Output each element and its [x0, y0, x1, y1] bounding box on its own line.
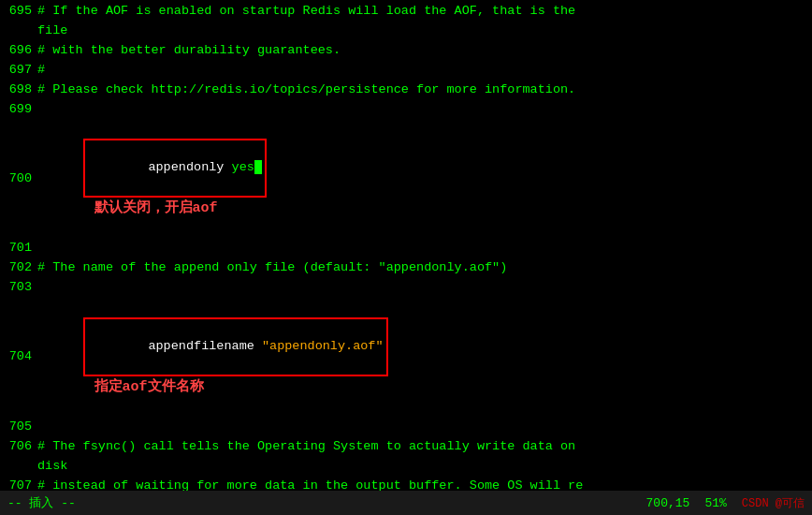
line-text: # The fsync() call tells the Operating S…: [37, 437, 808, 457]
line-number: 706: [4, 437, 37, 457]
line-number: 707: [4, 477, 37, 491]
line-number: 704: [4, 347, 37, 367]
line-707: 707 # instead of waiting for more data i…: [4, 477, 808, 491]
line-695: 695 # If the AOF is enabled on startup R…: [4, 2, 808, 22]
line-text: # The name of the append only file (defa…: [37, 258, 808, 278]
line-704: 704 appendfilename "appendonly.aof" 指定ao…: [4, 298, 808, 418]
line-701: 701: [4, 239, 808, 258]
line-text: # Please check http://redis.io/topics/pe…: [37, 81, 808, 100]
line-700: 700 appendonly yes 默认关闭，开启aof: [4, 120, 808, 240]
line-703: 703: [4, 278, 808, 298]
value-yes: yes: [224, 160, 254, 174]
line-number: 697: [4, 61, 37, 81]
editor-mode: -- 插入 --: [7, 494, 76, 511]
line-text: appendonly yes 默认关闭，开启aof: [37, 120, 808, 240]
status-left: -- 插入 --: [7, 494, 76, 511]
line-text: # with the better durability guarantees.: [37, 41, 808, 61]
line-number: 703: [4, 278, 37, 298]
line-text: # instead of waiting for more data in th…: [37, 477, 808, 491]
line-706: 706 # The fsync() call tells the Operati…: [4, 437, 808, 457]
cursor-position: 700,15: [646, 496, 690, 510]
line-number: 700: [4, 169, 37, 189]
status-right: 700,15 51% CSDN @可信: [646, 495, 805, 511]
line-number: 705: [4, 418, 37, 437]
line-697: 697 #: [4, 61, 808, 81]
keyword-appendonly: appendonly: [148, 160, 224, 174]
statusbar: -- 插入 -- 700,15 51% CSDN @可信: [0, 491, 812, 515]
line-text: appendfilename "appendonly.aof" 指定aof文件名…: [37, 298, 808, 418]
line-text: disk: [37, 457, 808, 477]
line-number: 701: [4, 239, 37, 258]
line-number: 696: [4, 41, 37, 61]
value-appendonly-aof: "appendonly.aof": [254, 339, 384, 353]
code-editor: 695 # If the AOF is enabled on startup R…: [0, 0, 812, 491]
line-text: # If the AOF is enabled on startup Redis…: [37, 2, 808, 22]
annotation-704: 指定aof文件名称: [94, 379, 204, 395]
watermark: CSDN @可信: [742, 495, 805, 511]
line-number: 702: [4, 258, 37, 278]
cursor: [254, 160, 262, 174]
line-text: #: [37, 61, 808, 81]
annotation-700: 默认关闭，开启aof: [94, 200, 218, 216]
line-698: 698 # Please check http://redis.io/topic…: [4, 81, 808, 100]
line-696: 696 # with the better durability guarant…: [4, 41, 808, 61]
scroll-percent: 51%: [704, 496, 726, 510]
keyword-appendfilename: appendfilename: [148, 339, 254, 353]
line-text: file: [37, 22, 808, 41]
line-706b: disk: [4, 457, 808, 477]
line-705: 705: [4, 418, 808, 437]
line-699: 699: [4, 100, 808, 120]
line-695b: file: [4, 22, 808, 41]
line-702: 702 # The name of the append only file (…: [4, 258, 808, 278]
line-number: 698: [4, 81, 37, 100]
line-number: 699: [4, 100, 37, 120]
line-number: 695: [4, 2, 37, 22]
